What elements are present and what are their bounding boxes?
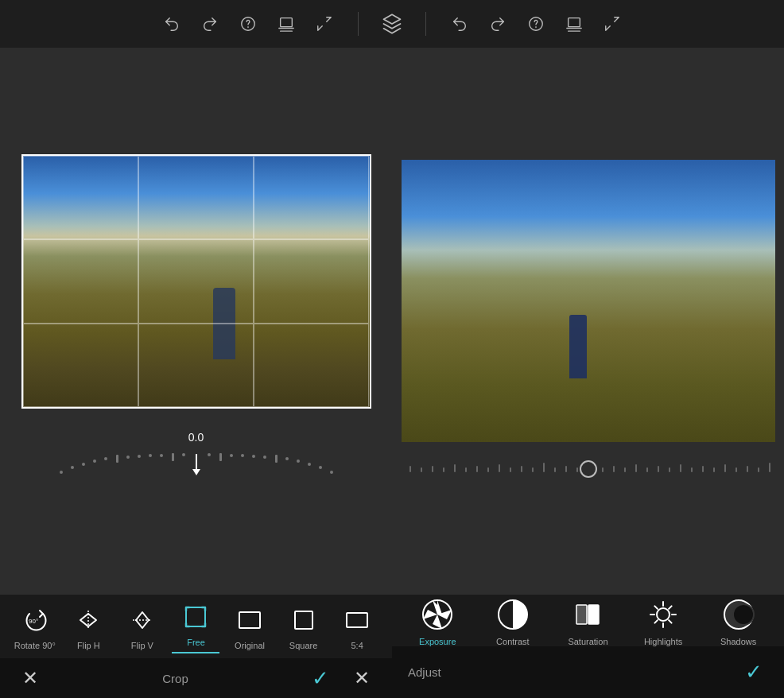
crop-handle-bottomleft[interactable] xyxy=(21,399,31,409)
crop-handle-bottomright[interactable] xyxy=(362,399,371,409)
svg-rect-44 xyxy=(565,466,567,472)
5x4-crop-icon xyxy=(340,603,375,638)
svg-rect-19 xyxy=(219,453,222,461)
grid-cell-4 xyxy=(23,239,138,323)
original-crop-icon xyxy=(232,603,267,638)
help-button-right[interactable] xyxy=(518,6,553,41)
saturation-label: Saturation xyxy=(568,637,607,646)
svg-line-79 xyxy=(669,606,672,609)
5x4-crop-tool[interactable]: 5:4 xyxy=(333,603,381,650)
svg-point-13 xyxy=(160,454,163,457)
grid-cell-1 xyxy=(23,156,138,239)
flip-h-tool[interactable]: Flip H xyxy=(64,603,112,650)
crop-confirm-button[interactable]: ✓ xyxy=(306,664,335,692)
crop-tools-row: 90° Rotate 90° Flip H xyxy=(0,595,392,658)
rotate-90-tool[interactable]: 90° Rotate 90° xyxy=(11,603,59,650)
main-content: 0.0 xyxy=(0,48,784,595)
bottom-area: 90° Rotate 90° Flip H xyxy=(0,595,784,698)
toolbar-divider-2 xyxy=(425,12,426,36)
square-crop-icon xyxy=(286,603,321,638)
expand-button-left[interactable] xyxy=(307,6,342,41)
svg-point-20 xyxy=(230,454,233,457)
svg-line-80 xyxy=(654,620,658,623)
square-crop-tool[interactable]: Square xyxy=(280,603,328,650)
grid-cell-5 xyxy=(138,239,254,323)
saturation-tool[interactable]: Saturation xyxy=(560,595,615,646)
shadows-tool[interactable]: Shadows xyxy=(711,595,767,646)
original-crop-tool[interactable]: Original xyxy=(226,603,274,650)
svg-rect-56 xyxy=(702,466,704,472)
exposure-tool[interactable]: Exposure xyxy=(409,595,465,646)
svg-rect-45 xyxy=(576,467,578,472)
left-crop-panel: 0.0 xyxy=(0,48,392,595)
svg-rect-64 xyxy=(186,607,205,626)
slider-track-container[interactable] xyxy=(402,455,775,483)
svg-point-12 xyxy=(149,454,152,457)
redo-button-left[interactable] xyxy=(192,6,227,41)
svg-rect-37 xyxy=(487,467,489,472)
svg-point-27 xyxy=(308,463,311,466)
svg-rect-42 xyxy=(543,463,545,472)
dial-track[interactable] xyxy=(53,450,340,482)
flip-h-icon xyxy=(71,603,106,638)
bottom-left: 90° Rotate 90° Flip H xyxy=(0,595,392,698)
shadows-label: Shadows xyxy=(720,637,756,646)
exposure-slider[interactable] xyxy=(402,455,775,483)
highlights-label: Highlights xyxy=(644,637,682,646)
svg-rect-24 xyxy=(275,455,278,463)
help-button-left[interactable] xyxy=(231,6,266,41)
layers-center-button[interactable] xyxy=(375,6,409,41)
layers-button-right[interactable] xyxy=(557,6,592,41)
svg-point-28 xyxy=(319,466,322,469)
svg-rect-58 xyxy=(724,464,726,472)
svg-rect-60 xyxy=(747,466,748,472)
svg-rect-51 xyxy=(646,467,648,472)
dial-svg xyxy=(53,450,340,482)
redo-button-right[interactable] xyxy=(480,6,515,41)
rotate-90-icon: 90° xyxy=(17,603,52,638)
rotate-90-label: Rotate 90° xyxy=(14,641,56,650)
expand-button-right[interactable] xyxy=(595,6,630,41)
svg-rect-39 xyxy=(510,467,511,472)
grid-cell-6 xyxy=(254,239,369,323)
grid-cell-7 xyxy=(23,324,138,407)
svg-point-23 xyxy=(263,456,266,459)
bottom-action-bar-right: Adjust ✓ xyxy=(392,646,784,698)
adjust-confirm-button[interactable]: ✓ xyxy=(739,658,768,687)
undo-button-left[interactable] xyxy=(154,6,189,41)
5x4-crop-label: 5:4 xyxy=(351,641,363,650)
undo-button-right[interactable] xyxy=(442,6,477,41)
svg-point-72 xyxy=(657,608,670,621)
svg-rect-9 xyxy=(116,455,118,463)
svg-rect-70 xyxy=(576,605,587,624)
crop-container[interactable] xyxy=(21,154,371,409)
rotation-dial[interactable]: 0.0 xyxy=(21,425,371,488)
crop-cancel-button[interactable]: ✕ xyxy=(347,664,376,692)
svg-rect-40 xyxy=(521,466,522,472)
crop-handle-topleft[interactable] xyxy=(21,154,31,164)
svg-point-5 xyxy=(71,466,74,469)
svg-rect-38 xyxy=(499,464,500,472)
bottom-action-left: ✕ Crop ✓ ✕ xyxy=(0,664,392,692)
crop-handle-topright[interactable] xyxy=(362,154,371,164)
svg-point-22 xyxy=(252,455,255,458)
layers-button-left[interactable] xyxy=(269,6,304,41)
adjust-tools-row: Exposure Contrast xyxy=(392,595,784,646)
grid-cell-9 xyxy=(254,324,369,407)
adjust-action-label: Adjust xyxy=(408,665,441,679)
flip-v-icon xyxy=(125,603,160,638)
svg-rect-35 xyxy=(465,467,467,472)
contrast-tool[interactable]: Contrast xyxy=(485,595,541,646)
free-crop-tool[interactable]: Free xyxy=(172,599,219,653)
svg-rect-14 xyxy=(172,453,174,461)
cancel-button[interactable]: ✕ xyxy=(16,664,45,692)
grid-cell-3 xyxy=(254,156,369,239)
svg-text:90°: 90° xyxy=(29,618,38,625)
shadows-icon xyxy=(720,595,758,634)
flip-v-tool[interactable]: Flip V xyxy=(118,603,166,650)
highlights-tool[interactable]: Highlights xyxy=(635,595,691,646)
svg-point-11 xyxy=(138,455,141,458)
exposure-icon xyxy=(418,595,456,634)
bottom-action-right: Adjust ✓ xyxy=(392,658,784,687)
free-crop-underline xyxy=(172,652,219,653)
